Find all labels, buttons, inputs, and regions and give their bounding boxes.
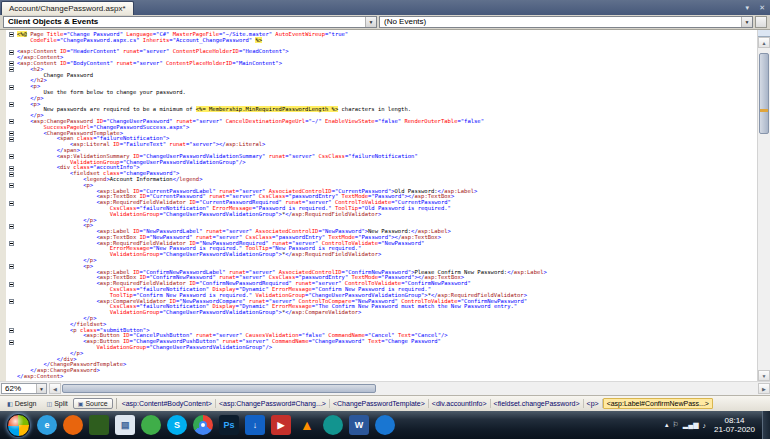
fold-toggle-icon[interactable] — [9, 264, 14, 269]
breadcrumb-item[interactable]: <p> — [584, 399, 603, 408]
fold-toggle-icon[interactable] — [9, 183, 14, 188]
fold-toggle-icon[interactable] — [9, 131, 14, 136]
fold-toggle-icon[interactable] — [9, 328, 14, 333]
splitter-handle[interactable] — [758, 30, 770, 37]
zoom-level: 62% — [5, 384, 21, 393]
taskbar: e▤SPs↓▶▲W ▴⚐▂▄▆♪ 08:14 21-07-2020 — [0, 411, 770, 439]
breadcrumb-item[interactable]: <asp:Label#ConfirmNewPass...> — [603, 398, 713, 409]
fold-toggle-icon[interactable] — [9, 119, 14, 124]
breadcrumb-item[interactable]: <asp:ChangePassword#Chang...> — [216, 399, 330, 408]
source-view-icon: ▣ — [78, 400, 84, 407]
vscroll-track[interactable] — [758, 48, 770, 370]
photoshop-icon[interactable]: Ps — [219, 415, 239, 435]
fold-toggle-icon[interactable] — [9, 102, 14, 107]
blue-app-icon[interactable] — [375, 415, 395, 435]
hscroll-thumb[interactable] — [62, 384, 376, 393]
show-desktop-button[interactable] — [762, 411, 770, 439]
split-view-label: Split — [54, 400, 68, 407]
clock[interactable]: 08:14 21-07-2020 — [711, 416, 762, 434]
breadcrumb-item[interactable]: <fieldset.changePassword> — [491, 399, 584, 408]
fold-toggle-icon[interactable] — [9, 299, 14, 304]
split-view-icon: ◫ — [46, 400, 52, 407]
navbar-extra-button[interactable] — [755, 16, 767, 28]
fold-toggle-icon[interactable] — [9, 201, 14, 206]
breadcrumb-item[interactable]: <asp:Content#BodyContent> — [119, 399, 216, 408]
taskbar-apps: e▤SPs↓▶▲W — [37, 415, 395, 435]
start-button[interactable] — [7, 414, 30, 437]
media-player-icon[interactable]: ▶ — [271, 415, 291, 435]
fold-toggle-icon[interactable] — [9, 166, 14, 171]
clock-time: 08:14 — [714, 416, 755, 425]
scroll-left-icon[interactable]: ◀ — [49, 383, 61, 394]
fold-toggle-icon[interactable] — [9, 137, 14, 142]
code-editor[interactable]: <%@ Page Title="Change Password" Languag… — [0, 30, 770, 381]
firefox-icon[interactable] — [63, 415, 83, 435]
scroll-right-icon[interactable]: ▶ — [758, 383, 770, 394]
action-center-icon[interactable]: ⚐ — [673, 421, 679, 429]
fold-toggle-icon[interactable] — [9, 172, 14, 177]
notepad-plus-icon[interactable] — [89, 415, 109, 435]
design-view-label: Design — [15, 400, 37, 407]
fold-toggle-icon[interactable] — [9, 340, 14, 345]
clock-date: 21-07-2020 — [714, 425, 755, 434]
volume-icon[interactable]: ♪ — [703, 422, 707, 429]
events-dropdown-label: (No Events) — [384, 17, 426, 27]
events-dropdown[interactable]: (No Events) ▼ — [379, 16, 753, 28]
breadcrumb: <asp:Content#BodyContent><asp:ChangePass… — [116, 398, 768, 409]
horizontal-scroll-row: 62% ▼ ◀ ▶ — [0, 381, 770, 395]
fold-toggle-icon[interactable] — [9, 154, 14, 159]
hidden-icons-icon[interactable]: ▴ — [665, 421, 669, 429]
fold-marker-slot — [6, 374, 17, 380]
vertical-scrollbar[interactable]: ▲ ▼ — [757, 30, 770, 381]
tab-changepassword-aspx[interactable]: Account/ChangePassword.aspx* — [1, 1, 134, 15]
vscroll-thumb[interactable] — [759, 53, 769, 134]
close-icon[interactable]: ✕ — [754, 4, 770, 12]
chevron-down-icon: ▼ — [36, 384, 46, 393]
internet-explorer-icon[interactable]: e — [37, 415, 57, 435]
client-objects-dropdown[interactable]: Client Objects & Events ▼ — [3, 16, 377, 28]
fold-toggle-icon[interactable] — [9, 32, 14, 37]
breadcrumb-item[interactable]: <ChangePasswordTemplate> — [330, 399, 429, 408]
breadcrumb-item[interactable]: <div.accountInfo> — [429, 399, 491, 408]
chevron-down-icon: ▼ — [365, 17, 376, 27]
tab-list-icon[interactable]: ▾ — [741, 4, 755, 12]
fold-toggle-icon[interactable] — [9, 61, 14, 66]
scroll-up-icon[interactable]: ▲ — [758, 37, 770, 48]
chrome-center-dot — [199, 421, 207, 429]
source-view-label: Source — [85, 400, 107, 407]
network-icon[interactable]: ▂▄▆ — [683, 421, 699, 429]
design-view-button[interactable]: ◧ Design — [2, 398, 41, 409]
chrome-icon[interactable] — [193, 415, 213, 435]
fold-toggle-icon[interactable] — [9, 85, 14, 90]
fold-toggle-icon[interactable] — [9, 67, 14, 72]
hscroll-track[interactable] — [61, 383, 758, 394]
code-area[interactable]: <%@ Page Title="Change Password" Languag… — [17, 30, 757, 381]
fold-toggle-icon[interactable] — [9, 50, 14, 55]
object-event-bar: Client Objects & Events ▼ (No Events) ▼ — [0, 15, 770, 30]
idm-icon[interactable]: ↓ — [245, 415, 265, 435]
scroll-down-icon[interactable]: ▼ — [758, 370, 770, 381]
split-view-button[interactable]: ◫ Split — [41, 398, 72, 409]
tray-icons: ▴⚐▂▄▆♪ — [665, 421, 711, 429]
source-view-button[interactable]: ▣ Source — [73, 398, 113, 409]
fold-toggle-icon[interactable] — [9, 241, 14, 246]
word-icon[interactable]: W — [349, 415, 369, 435]
code-line: </asp:Content> — [17, 374, 757, 380]
teal-app-icon[interactable] — [323, 415, 343, 435]
vs-window: Account/ChangePassword.aspx* ▾ ✕ Client … — [0, 0, 770, 439]
vlc-icon[interactable]: ▲ — [297, 415, 317, 435]
file-explorer-icon[interactable]: ▤ — [115, 415, 135, 435]
design-view-icon: ◧ — [7, 400, 13, 407]
fold-toggle-icon[interactable] — [9, 224, 14, 229]
fold-margin — [6, 30, 17, 381]
document-tab-bar: Account/ChangePassword.aspx* ▾ ✕ — [0, 0, 770, 15]
chevron-down-icon: ▼ — [741, 17, 752, 27]
client-objects-dropdown-label: Client Objects & Events — [8, 17, 98, 27]
green-app-icon[interactable] — [141, 415, 161, 435]
fold-toggle-icon[interactable] — [9, 282, 14, 287]
zoom-selector[interactable]: 62% ▼ — [1, 383, 47, 394]
skype-icon[interactable]: S — [167, 415, 187, 435]
scroll-marker — [760, 109, 768, 112]
view-switch-bar: ◧ Design ◫ Split ▣ Source <asp:Content#B… — [0, 395, 770, 411]
